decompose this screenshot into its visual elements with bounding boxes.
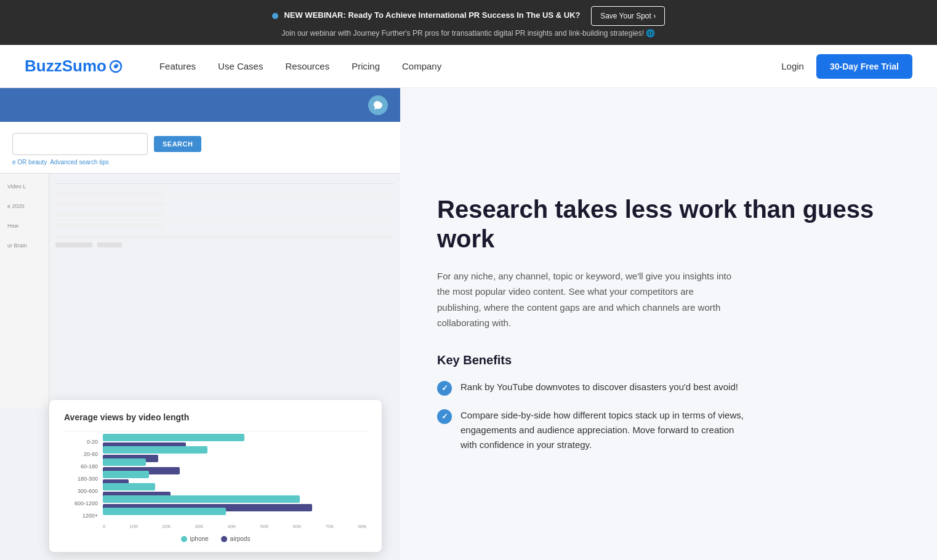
bar-iphone-1200plus: [103, 508, 226, 515]
top-banner: NEW WEBINAR: Ready To Achieve Internatio…: [0, 0, 937, 45]
sidebar-item-3: How: [5, 220, 44, 231]
chart-card: Average views by video length 0-20 20-60: [49, 400, 382, 552]
navbar: BuzzSumo Features Use Cases Resources Pr…: [0, 45, 937, 88]
logo-icon: [109, 60, 123, 73]
bar-iphone-60-180: [103, 458, 146, 466]
benefit-text-1: Rank by YouTube downvotes to discover di…: [460, 380, 738, 394]
main-section: SEARCH e OR beauty Advanced search tips …: [0, 88, 937, 560]
legend-dot-iphone: [181, 536, 187, 542]
legend-label-airpods: airpods: [230, 535, 251, 542]
bar-iphone-300-600: [103, 483, 155, 490]
sidebar-item-2: e 2020: [5, 201, 44, 212]
logo[interactable]: BuzzSumo: [25, 57, 123, 76]
bar-iphone-0-20: [103, 434, 244, 441]
benefit-text-2: Compare side-by-side how different topic…: [460, 408, 744, 452]
benefits-heading: Key Benefits: [437, 353, 888, 367]
banner-dot: [272, 13, 278, 19]
bar-iphone-180-300: [103, 471, 149, 478]
login-link[interactable]: Login: [781, 61, 804, 71]
chat-bubble-icon: [373, 100, 383, 110]
nav-links: Features Use Cases Resources Pricing Com…: [159, 61, 781, 72]
sidebar-item-4: ur Brain: [5, 240, 44, 251]
save-spot-button[interactable]: Save Your Spot: [591, 6, 665, 26]
chart-row-60-180: 60-180: [64, 462, 367, 471]
nav-item-pricing[interactable]: Pricing: [352, 61, 380, 72]
chart-row-20-60: 20-60: [64, 450, 367, 458]
bar-iphone-600-1200: [103, 495, 300, 503]
app-table: [49, 174, 400, 407]
app-sidebar: Video L e 2020 How ur Brain: [0, 174, 49, 407]
legend-airpods: airpods: [221, 535, 251, 542]
benefit-check-2: [437, 409, 452, 424]
search-button-fake: SEARCH: [154, 136, 201, 152]
left-panel: SEARCH e OR beauty Advanced search tips …: [0, 88, 400, 560]
table-header: [55, 180, 394, 184]
chat-icon: [368, 95, 388, 115]
nav-item-use-cases[interactable]: Use Cases: [218, 61, 263, 72]
chart-row-600-1200: 600-1200: [64, 499, 367, 508]
sidebar-item-1: Video L: [5, 181, 44, 192]
right-panel: Research takes less work than guess work…: [400, 88, 937, 560]
app-content-area: Video L e 2020 How ur Brain: [0, 174, 400, 407]
nav-item-features[interactable]: Features: [159, 61, 196, 72]
chart-row-0-20: 0-20: [64, 438, 367, 446]
nav-item-resources[interactable]: Resources: [285, 61, 329, 72]
chart-legend: iphone airpods: [64, 535, 367, 542]
app-header-bar: [0, 88, 400, 122]
search-hint: e OR beauty Advanced search tips: [12, 159, 388, 166]
legend-iphone: iphone: [181, 535, 209, 542]
nav-item-company[interactable]: Company: [402, 61, 441, 72]
legend-dot-airpods: [221, 536, 227, 542]
benefit-item-2: Compare side-by-side how different topic…: [437, 408, 888, 452]
table-row-3: [55, 210, 394, 220]
chart-x-axis: 0 10K 20K 30K 40K 50K 60K 70K 80K: [103, 524, 367, 529]
chart-area: 0-20 20-60 60-180: [64, 438, 367, 542]
table-row-4: [55, 220, 394, 231]
hero-description: For any niche, any channel, topic or key…: [437, 268, 733, 331]
chart-row-180-300: 180-300: [64, 474, 367, 483]
bar-iphone-20-60: [103, 446, 207, 454]
legend-label-iphone: iphone: [190, 535, 209, 542]
hero-heading: Research takes less work than guess work: [437, 194, 888, 254]
benefit-check-1: [437, 381, 452, 396]
banner-sub-text: Join our webinar with Journey Further's …: [12, 28, 925, 39]
search-row: SEARCH: [12, 133, 388, 155]
chart-row-1200plus: 1200+: [64, 511, 367, 520]
benefit-item-1: Rank by YouTube downvotes to discover di…: [437, 380, 888, 396]
search-input-fake: [12, 133, 148, 155]
nav-actions: Login 30-Day Free Trial: [781, 54, 912, 79]
banner-main-text: NEW WEBINAR: Ready To Achieve Internatio…: [284, 10, 580, 20]
trial-button[interactable]: 30-Day Free Trial: [816, 54, 912, 79]
table-row-2: [55, 199, 394, 210]
svg-point-1: [114, 65, 118, 68]
app-search-bar: SEARCH e OR beauty Advanced search tips: [0, 122, 400, 174]
logo-text: BuzzSumo: [25, 57, 107, 76]
chart-row-300-600: 300-600: [64, 487, 367, 495]
chart-title: Average views by video length: [64, 412, 367, 422]
table-row-1: [55, 189, 394, 199]
